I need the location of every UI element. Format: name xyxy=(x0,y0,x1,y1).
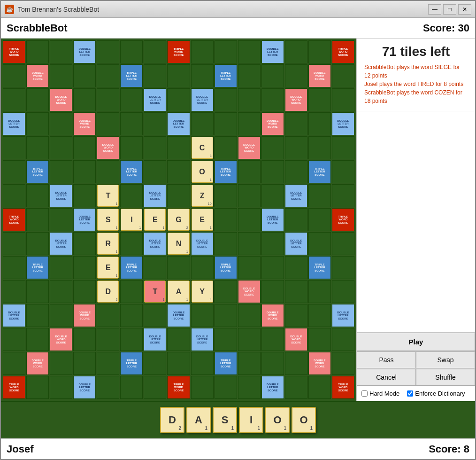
cell-14-5[interactable] xyxy=(120,376,143,399)
cell-6-0[interactable] xyxy=(3,184,25,207)
cell-0-14[interactable]: TRIPLEWORDSCORE xyxy=(332,40,354,63)
cell-6-3[interactable] xyxy=(73,184,96,207)
tile-E[interactable]: E1 xyxy=(192,209,213,231)
tile-A[interactable]: A1 xyxy=(168,281,189,303)
cell-5-3[interactable] xyxy=(73,160,96,183)
tile-S[interactable]: S1 xyxy=(97,209,119,231)
cell-6-7[interactable] xyxy=(167,184,190,207)
cell-13-1[interactable]: DOUBLEWORDSCORE xyxy=(26,352,49,375)
cell-4-1[interactable] xyxy=(26,136,49,159)
cell-11-10[interactable] xyxy=(238,304,261,327)
cell-1-5[interactable]: TRIPLELETTERSCORE xyxy=(120,64,143,87)
cell-7-1[interactable] xyxy=(26,208,49,231)
cell-2-4[interactable] xyxy=(97,88,119,111)
tile-T[interactable]: T1 xyxy=(144,281,166,303)
cell-1-0[interactable] xyxy=(3,64,25,87)
cell-10-1[interactable] xyxy=(26,280,49,303)
cell-4-0[interactable] xyxy=(3,136,25,159)
cell-11-2[interactable] xyxy=(50,304,72,327)
rack-tile-3[interactable]: I1 xyxy=(239,407,263,433)
cell-5-9[interactable]: TRIPLELETTERSCORE xyxy=(215,160,237,183)
cell-8-6[interactable]: DOUBLELETTERSCORE xyxy=(144,232,166,255)
cell-7-2[interactable] xyxy=(50,208,72,231)
tile-Y[interactable]: Y4 xyxy=(192,281,213,303)
cell-11-14[interactable]: DOUBLELETTERSCORE xyxy=(332,304,354,327)
tile-E[interactable]: E1 xyxy=(97,257,119,279)
cell-13-3[interactable] xyxy=(73,352,96,375)
cell-12-0[interactable] xyxy=(3,328,25,351)
cell-7-8[interactable]: E1 xyxy=(191,208,214,231)
cell-8-12[interactable]: DOUBLELETTERSCORE xyxy=(285,232,307,255)
cell-13-12[interactable] xyxy=(285,352,307,375)
cell-2-0[interactable] xyxy=(3,88,25,111)
cell-3-11[interactable]: DOUBLEWORDSCORE xyxy=(261,112,284,135)
cell-12-3[interactable] xyxy=(73,328,96,351)
cell-2-6[interactable]: DOUBLELETTERSCORE xyxy=(144,88,166,111)
cell-13-8[interactable] xyxy=(191,352,214,375)
cell-4-2[interactable] xyxy=(50,136,72,159)
cell-8-0[interactable] xyxy=(3,232,25,255)
cell-2-12[interactable]: DOUBLEWORDSCORE xyxy=(285,88,307,111)
cell-5-12[interactable] xyxy=(285,160,307,183)
cell-6-13[interactable] xyxy=(308,184,331,207)
cell-0-7[interactable]: TRIPLEWORDSCORE xyxy=(167,40,190,63)
cell-5-6[interactable] xyxy=(144,160,166,183)
cell-13-0[interactable] xyxy=(3,352,25,375)
cell-4-3[interactable] xyxy=(73,136,96,159)
cell-5-0[interactable] xyxy=(3,160,25,183)
cell-4-5[interactable] xyxy=(120,136,143,159)
cell-8-10[interactable] xyxy=(238,232,261,255)
cell-0-1[interactable] xyxy=(26,40,49,63)
cell-2-1[interactable] xyxy=(26,88,49,111)
cell-7-3[interactable]: DOUBLELETTERSCORE xyxy=(73,208,96,231)
cell-13-14[interactable] xyxy=(332,352,354,375)
cell-0-0[interactable]: TRIPLEWORDSCORE xyxy=(3,40,25,63)
cell-14-3[interactable]: DOUBLELETTERSCORE xyxy=(73,376,96,399)
cell-0-12[interactable] xyxy=(285,40,307,63)
cell-11-5[interactable] xyxy=(120,304,143,327)
cell-3-7[interactable]: DOUBLELETTERSCORE xyxy=(167,112,190,135)
cell-14-4[interactable] xyxy=(97,376,119,399)
cell-4-11[interactable] xyxy=(261,136,284,159)
cell-5-10[interactable] xyxy=(238,160,261,183)
cell-6-5[interactable] xyxy=(120,184,143,207)
cell-4-13[interactable] xyxy=(308,136,331,159)
rack-tile-4[interactable]: O1 xyxy=(265,407,290,433)
cell-1-12[interactable] xyxy=(285,64,307,87)
cell-1-13[interactable]: DOUBLEWORDSCORE xyxy=(308,64,331,87)
cell-6-4[interactable]: T1 xyxy=(97,184,119,207)
cell-0-8[interactable] xyxy=(191,40,214,63)
cell-0-2[interactable] xyxy=(50,40,72,63)
cell-8-14[interactable] xyxy=(332,232,354,255)
cell-10-2[interactable] xyxy=(50,280,72,303)
maximize-button[interactable]: □ xyxy=(443,4,456,15)
cell-3-13[interactable] xyxy=(308,112,331,135)
cell-0-11[interactable]: DOUBLELETTERSCORE xyxy=(261,40,284,63)
cell-14-13[interactable] xyxy=(308,376,331,399)
cell-11-3[interactable]: DOUBLEWORDSCORE xyxy=(73,304,96,327)
cell-6-9[interactable] xyxy=(215,184,237,207)
cell-12-5[interactable] xyxy=(120,328,143,351)
swap-button[interactable]: Swap xyxy=(416,351,475,368)
rack-tile-0[interactable]: D2 xyxy=(160,407,184,433)
cell-3-12[interactable] xyxy=(285,112,307,135)
cell-13-7[interactable] xyxy=(167,352,190,375)
cell-1-4[interactable] xyxy=(97,64,119,87)
cell-2-7[interactable] xyxy=(167,88,190,111)
cell-8-5[interactable] xyxy=(120,232,143,255)
cell-0-13[interactable] xyxy=(308,40,331,63)
cell-3-9[interactable] xyxy=(215,112,237,135)
cell-14-9[interactable] xyxy=(215,376,237,399)
cell-9-0[interactable] xyxy=(3,256,25,279)
cell-8-3[interactable] xyxy=(73,232,96,255)
cell-9-3[interactable] xyxy=(73,256,96,279)
cell-3-5[interactable] xyxy=(120,112,143,135)
cell-10-0[interactable] xyxy=(3,280,25,303)
cell-1-6[interactable] xyxy=(144,64,166,87)
cell-13-9[interactable]: TRIPLELETTERSCORE xyxy=(215,352,237,375)
enforce-dict-checkbox[interactable] xyxy=(407,390,413,397)
cell-13-6[interactable] xyxy=(144,352,166,375)
cell-0-5[interactable] xyxy=(120,40,143,63)
cell-1-8[interactable] xyxy=(191,64,214,87)
cell-0-10[interactable] xyxy=(238,40,261,63)
